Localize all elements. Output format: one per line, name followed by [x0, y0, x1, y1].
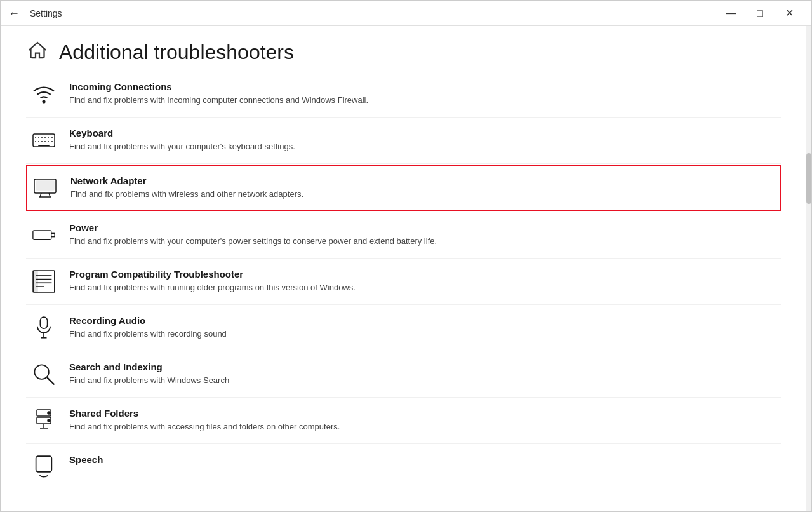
mic-icon [31, 315, 57, 340]
battery-icon [31, 222, 57, 248]
svg-line-16 [40, 193, 41, 197]
item-text: Shared Folders Find and fix problems wit… [69, 408, 776, 433]
back-button[interactable]: ← [8, 8, 20, 19]
window-controls: — □ ✕ [716, 1, 804, 26]
speech-icon [31, 454, 57, 480]
scrollbar-track[interactable] [806, 26, 811, 511]
list-item[interactable]: Search and Indexing Find and fix problem… [26, 351, 781, 398]
svg-line-17 [49, 193, 50, 197]
item-title: Shared Folders [69, 408, 776, 419]
main-content: Additional troubleshooters I [1, 26, 806, 511]
list-item[interactable]: Power Find and fix problems with your co… [26, 212, 781, 259]
list-item[interactable]: Recording Audio Find and fix problems wi… [26, 305, 781, 351]
svg-point-33 [34, 365, 49, 379]
list-item[interactable]: Incoming Connections Find and fix proble… [26, 81, 781, 118]
item-title: Speech [69, 454, 776, 465]
svg-point-0 [43, 101, 45, 103]
scrollbar-thumb[interactable] [806, 153, 811, 204]
troubleshooter-list: Incoming Connections Find and fix proble… [26, 81, 781, 490]
item-text: Power Find and fix problems with your co… [69, 222, 776, 247]
minimize-button[interactable]: — [716, 1, 745, 26]
item-desc: Find and fix problems with running older… [69, 282, 776, 293]
keyboard-icon [31, 128, 57, 153]
item-desc: Find and fix problems with your computer… [69, 141, 776, 152]
item-desc: Find and fix problems with Windows Searc… [69, 375, 776, 386]
item-text: Network Adapter Find and fix problems wi… [70, 175, 775, 200]
svg-line-34 [48, 378, 54, 384]
list-item[interactable]: Network Adapter Find and fix problems wi… [26, 165, 781, 211]
list-item[interactable]: Program Compatibility Troubleshooter Fin… [26, 259, 781, 305]
server-icon [31, 408, 57, 433]
item-desc: Find and fix problems with wireless and … [70, 189, 775, 200]
item-text: Recording Audio Find and fix problems wi… [69, 315, 776, 340]
item-title: Search and Indexing [69, 361, 776, 372]
page-header: Additional troubleshooters [26, 39, 781, 66]
list-item[interactable]: Keyboard Find and fix problems with your… [26, 118, 781, 164]
item-text: Search and Indexing Find and fix problem… [69, 361, 776, 386]
item-title: Network Adapter [70, 175, 775, 186]
home-icon [26, 39, 49, 66]
settings-window: ← Settings — □ ✕ Additional troubleshoot… [0, 0, 812, 512]
item-desc: Find and fix problems with accessing fil… [69, 421, 776, 433]
item-desc: Find and fix problems with incoming comp… [69, 95, 776, 106]
item-title: Power [69, 222, 776, 233]
item-desc: Find and fix problems with your computer… [69, 236, 776, 247]
item-text: Program Compatibility Troubleshooter Fin… [69, 269, 776, 293]
item-text: Speech [69, 454, 776, 468]
item-desc: Find and fix problems with recording sou… [69, 328, 776, 340]
item-text: Keyboard Find and fix problems with your… [69, 128, 776, 152]
content-area: Additional troubleshooters I [1, 26, 811, 511]
item-title: Keyboard [69, 128, 776, 138]
maximize-button[interactable]: □ [745, 1, 775, 26]
svg-rect-29 [33, 271, 37, 292]
item-title: Program Compatibility Troubleshooter [69, 269, 776, 280]
title-bar: ← Settings — □ ✕ [1, 1, 811, 26]
close-button[interactable]: ✕ [775, 1, 804, 26]
svg-rect-20 [33, 231, 51, 239]
svg-point-37 [48, 412, 50, 414]
monitor-icon [32, 175, 58, 201]
item-text: Incoming Connections Find and fix proble… [69, 81, 776, 106]
search-icon [31, 361, 57, 387]
svg-point-38 [48, 419, 50, 422]
page-title: Additional troubleshooters [59, 41, 294, 64]
svg-rect-19 [36, 181, 54, 190]
item-title: Incoming Connections [69, 81, 776, 92]
svg-rect-41 [36, 456, 52, 472]
list-item[interactable]: Shared Folders Find and fix problems wit… [26, 398, 781, 444]
window-title: Settings [30, 8, 62, 18]
wifi-icon [31, 81, 57, 107]
item-title: Recording Audio [69, 315, 776, 326]
svg-rect-30 [40, 317, 47, 328]
list-item[interactable]: Speech [26, 444, 781, 490]
list-icon [31, 269, 57, 294]
